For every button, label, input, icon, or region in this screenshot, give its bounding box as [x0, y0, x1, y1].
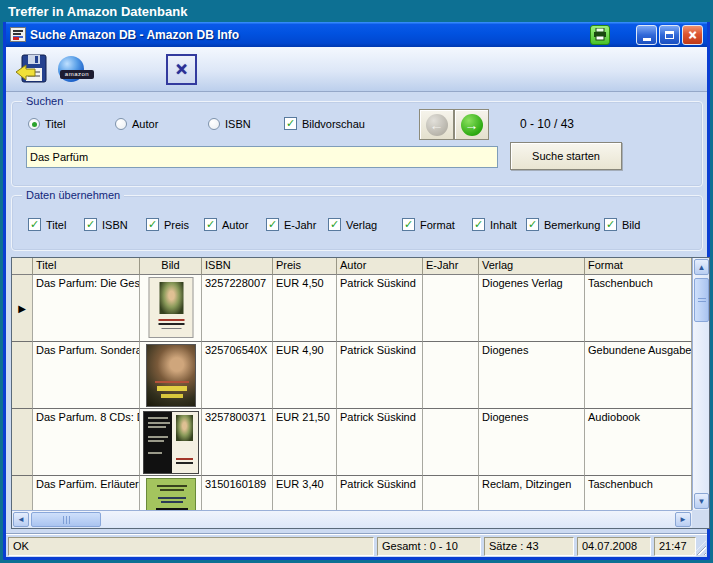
cell-verlag[interactable]: Reclam, Ditzingen [479, 476, 585, 510]
cell-preis[interactable]: EUR 21,50 [273, 409, 337, 476]
table-row[interactable]: Das Parfum. 8 CDs: Di 3257800371 EUR 21,… [12, 409, 709, 476]
cell-preis[interactable]: EUR 3,40 [273, 476, 337, 510]
checkbox-bemerkung-icon[interactable]: ✓ [526, 218, 539, 231]
column-header-format[interactable]: Format [585, 258, 692, 275]
checkbox-verlag[interactable]: ✓Verlag [328, 218, 377, 231]
checkbox-bild[interactable]: ✓Bild [604, 218, 640, 231]
row-selector[interactable] [12, 342, 33, 409]
scroll-left-button[interactable]: ◄ [13, 512, 29, 527]
row-selector[interactable] [12, 476, 33, 510]
vertical-scrollbar[interactable]: ▲ ▼ [692, 258, 709, 510]
checkbox-format[interactable]: ✓Format [402, 218, 455, 231]
checkbox-titel[interactable]: ✓Titel [28, 218, 66, 231]
cell-format[interactable]: Gebundene Ausgabe [585, 342, 692, 409]
search-groupbox-label: Suchen [22, 95, 67, 107]
checkbox-isbn[interactable]: ✓ISBN [84, 218, 128, 231]
maximize-button[interactable] [659, 25, 680, 45]
cell-preis[interactable]: EUR 4,50 [273, 275, 337, 342]
checkbox-inhalt-icon[interactable]: ✓ [472, 218, 485, 231]
checkbox-bemerkung[interactable]: ✓Bemerkung [526, 218, 600, 231]
cell-bild[interactable] [140, 409, 202, 476]
radio-isbn-icon[interactable] [208, 118, 220, 130]
column-header-preis[interactable]: Preis [273, 258, 337, 275]
table-row[interactable]: Das Parfüm. Erläuteru 3150160189 EUR 3,4… [12, 476, 709, 510]
cell-bild[interactable] [140, 476, 202, 510]
scroll-right-button[interactable]: ► [675, 512, 691, 527]
search-input[interactable] [26, 146, 498, 168]
inner-window-titlebar[interactable]: Suche Amazon DB - Amazon DB Info × [6, 22, 707, 47]
column-header-bild[interactable]: Bild [140, 258, 202, 275]
cell-autor[interactable]: Patrick Süskind [337, 275, 423, 342]
checkbox-preis[interactable]: ✓Preis [146, 218, 189, 231]
checkbox-inhalt[interactable]: ✓Inhalt [472, 218, 517, 231]
checkbox-preis-icon[interactable]: ✓ [146, 218, 159, 231]
cell-verlag[interactable]: Diogenes [479, 409, 585, 476]
cell-isbn[interactable]: 325706540X [202, 342, 273, 409]
cell-titel[interactable]: Das Parfum. 8 CDs: Di [33, 409, 140, 476]
cell-autor[interactable]: Patrick Süskind [337, 476, 423, 510]
next-page-button[interactable]: → [454, 109, 489, 140]
column-header-autor[interactable]: Autor [337, 258, 423, 275]
row-selector[interactable]: ▶ [12, 275, 33, 342]
previous-page-button[interactable]: ← [419, 109, 454, 140]
checkbox-isbn-icon[interactable]: ✓ [84, 218, 97, 231]
cell-isbn[interactable]: 3257800371 [202, 409, 273, 476]
minimize-button[interactable] [636, 25, 657, 45]
table-row[interactable]: Das Parfum. Sonderau 325706540X EUR 4,90… [12, 342, 709, 409]
scroll-up-icon: ▲ [698, 263, 706, 272]
checkbox-autor[interactable]: ✓Autor [204, 218, 248, 231]
cell-verlag[interactable]: Diogenes [479, 342, 585, 409]
checkbox-format-icon[interactable]: ✓ [402, 218, 415, 231]
cell-format[interactable]: Taschenbuch [585, 476, 692, 510]
scroll-down-button[interactable]: ▼ [694, 493, 709, 509]
radio-titel-icon[interactable] [28, 118, 40, 130]
cell-autor[interactable]: Patrick Süskind [337, 409, 423, 476]
column-header-verlag[interactable]: Verlag [479, 258, 585, 275]
horizontal-scrollbar[interactable]: ◄ ► [12, 510, 692, 528]
cell-isbn[interactable]: 3150160189 [202, 476, 273, 510]
cell-verlag[interactable]: Diogenes Verlag [479, 275, 585, 342]
row-selector[interactable] [12, 409, 33, 476]
print-button[interactable] [590, 25, 610, 45]
cell-ejahr[interactable] [423, 409, 479, 476]
cell-titel[interactable]: Das Parfüm. Erläuteru [33, 476, 140, 510]
column-header-isbn[interactable]: ISBN [202, 258, 273, 275]
start-search-button[interactable]: Suche starten [510, 142, 622, 170]
checkbox-ejahr-icon[interactable]: ✓ [266, 218, 279, 231]
scroll-up-button[interactable]: ▲ [694, 259, 709, 275]
cell-ejahr[interactable] [423, 342, 479, 409]
checkbox-autor-icon[interactable]: ✓ [204, 218, 217, 231]
cell-titel[interactable]: Das Parfum: Die Gesch [33, 275, 140, 342]
column-header-ejahr[interactable]: E-Jahr [423, 258, 479, 275]
checkbox-titel-icon[interactable]: ✓ [28, 218, 41, 231]
cell-autor[interactable]: Patrick Süskind [337, 342, 423, 409]
cell-format[interactable]: Audiobook [585, 409, 692, 476]
amazon-search-button[interactable]: amazon [52, 50, 90, 88]
column-header-titel[interactable]: Titel [33, 258, 140, 275]
outer-window-titlebar[interactable]: Treffer in Amazon Datenbank [0, 0, 713, 22]
radio-autor[interactable]: Autor [115, 118, 158, 130]
radio-autor-icon[interactable] [115, 118, 127, 130]
close-search-button[interactable]: × [166, 54, 197, 85]
checkbox-verlag-icon[interactable]: ✓ [328, 218, 341, 231]
close-button[interactable]: × [682, 25, 703, 45]
cell-format[interactable]: Taschenbuch [585, 275, 692, 342]
checkbox-bildvorschau[interactable]: ✓ Bildvorschau [284, 117, 365, 130]
cell-titel[interactable]: Das Parfum. Sonderau [33, 342, 140, 409]
radio-isbn[interactable]: ISBN [208, 118, 251, 130]
cell-ejahr[interactable] [423, 476, 479, 510]
checkbox-ejahr[interactable]: ✓E-Jahr [266, 218, 316, 231]
vertical-scroll-thumb[interactable] [694, 278, 709, 322]
cell-isbn[interactable]: 3257228007 [202, 275, 273, 342]
checkbox-bildvorschau-icon[interactable]: ✓ [284, 117, 297, 130]
checkbox-bild-icon[interactable]: ✓ [604, 218, 617, 231]
window-controls: × [590, 25, 703, 45]
radio-titel[interactable]: Titel [28, 118, 65, 130]
cell-preis[interactable]: EUR 4,90 [273, 342, 337, 409]
save-button[interactable] [12, 50, 52, 88]
horizontal-scroll-thumb[interactable] [31, 512, 101, 527]
cell-bild[interactable] [140, 342, 202, 409]
table-row[interactable]: ▶ Das Parfum: Die Gesch 3257228007 EUR 4… [12, 275, 709, 342]
cell-bild[interactable] [140, 275, 202, 342]
cell-ejahr[interactable] [423, 275, 479, 342]
